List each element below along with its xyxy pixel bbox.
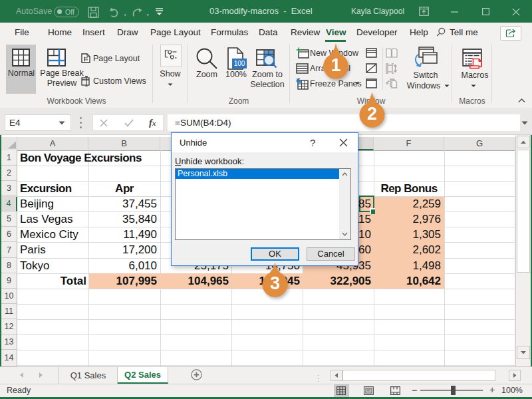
svg-text:2: 2 — [367, 104, 377, 124]
svg-text:1: 1 — [331, 55, 340, 75]
svg-text:3: 3 — [270, 273, 280, 293]
